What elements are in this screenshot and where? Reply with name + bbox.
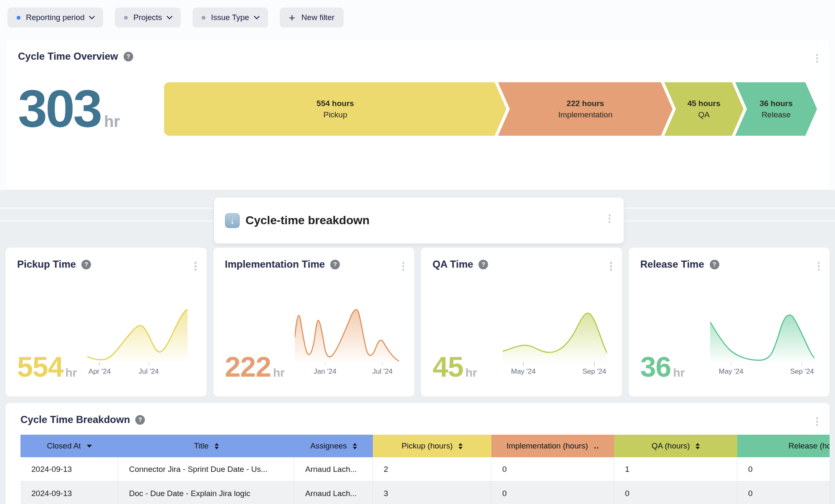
dashboard-page: Reporting period Projects Issue Type + N… bbox=[0, 0, 835, 504]
banner-title: Cycle-time breakdown bbox=[245, 214, 369, 227]
column-header-assignees[interactable]: Assignees bbox=[294, 435, 373, 457]
cell-release-hours[interactable]: 0 bbox=[737, 481, 830, 504]
down-arrow-emoji-icon: ↓ bbox=[225, 213, 240, 228]
sort-icon bbox=[458, 443, 463, 449]
metric-value: 45hr bbox=[433, 352, 477, 381]
tick-mark bbox=[382, 362, 383, 366]
cell-qa-hours[interactable]: 0 bbox=[614, 481, 737, 504]
stage-hours: 554 hours bbox=[316, 99, 354, 108]
filter-projects[interactable]: Projects bbox=[115, 8, 181, 28]
help-icon[interactable]: ? bbox=[135, 415, 145, 425]
value-unit: hr bbox=[273, 366, 285, 379]
stage-label: Implementation bbox=[558, 110, 612, 119]
help-icon[interactable]: ? bbox=[81, 260, 91, 269]
cell-qa-hours[interactable]: 1 bbox=[614, 457, 737, 481]
total-unit: hr bbox=[104, 113, 120, 130]
new-filter-button[interactable]: + New filter bbox=[280, 8, 344, 28]
cell-assignees[interactable]: Arnaud Lach... bbox=[294, 481, 373, 504]
chevron-down-icon bbox=[254, 13, 260, 19]
cell-implementation-hours[interactable]: 0 bbox=[491, 481, 614, 504]
tick-mark bbox=[99, 362, 100, 366]
new-filter-label: New filter bbox=[301, 13, 334, 22]
release-time-card: Release Time ? May '24 Sep '24 36hr bbox=[629, 248, 830, 397]
tick-label: Sep '24 bbox=[582, 367, 606, 375]
kebab-menu-icon[interactable] bbox=[607, 213, 612, 225]
active-filter-dot bbox=[17, 16, 20, 20]
cell-pickup-hours[interactable]: 3 bbox=[373, 481, 491, 504]
value-number: 36 bbox=[640, 351, 671, 382]
cell-pickup-hours[interactable]: 2 bbox=[373, 457, 491, 481]
column-label: Closed At bbox=[47, 441, 81, 451]
column-header-closed-at[interactable]: Closed At bbox=[20, 435, 118, 457]
stage-hours: 36 hours bbox=[759, 99, 792, 108]
tick-label: Jul '24 bbox=[139, 367, 159, 375]
tick-mark bbox=[731, 362, 731, 366]
card-title: Cycle Time Overview bbox=[18, 51, 118, 62]
filter-bar: Reporting period Projects Issue Type + N… bbox=[0, 0, 835, 38]
column-header-qa-hours[interactable]: QA (hours) bbox=[614, 435, 737, 457]
cell-release-hours[interactable]: 0 bbox=[737, 457, 830, 481]
filter-reporting-period[interactable]: Reporting period bbox=[8, 8, 103, 28]
value-number: 554 bbox=[17, 351, 63, 382]
help-icon[interactable]: ? bbox=[478, 260, 488, 269]
tick-mark bbox=[148, 362, 149, 366]
cycle-time-breakdown-banner: ↓ Cycle-time breakdown bbox=[214, 198, 624, 243]
stage-hours: 45 hours bbox=[687, 99, 720, 108]
stage-release: 36 hours Release bbox=[735, 82, 817, 136]
kebab-menu-icon[interactable] bbox=[193, 260, 198, 272]
metric-value: 222hr bbox=[225, 352, 285, 381]
cell-implementation-hours[interactable]: 0 bbox=[491, 457, 614, 481]
cell-title[interactable]: Doc - Due Date - Explain Jira logic bbox=[118, 481, 294, 504]
cell-title[interactable]: Connector Jira - Sprint Due Date - Us... bbox=[118, 457, 294, 481]
kebab-menu-icon[interactable] bbox=[608, 260, 614, 272]
release-sparkline-chart bbox=[710, 309, 815, 364]
stage-label: Release bbox=[759, 110, 792, 119]
column-header-pickup-hours[interactable]: Pickup (hours) bbox=[373, 435, 491, 457]
cell-closed-at[interactable]: 2024-09-13 bbox=[20, 457, 118, 481]
value-unit: hr bbox=[65, 366, 77, 379]
cycle-time-breakdown-table-card: Cycle Time Breakdown ? Closed At Title A… bbox=[5, 403, 830, 504]
tick-label: May '24 bbox=[511, 367, 536, 375]
pickup-sparkline-chart bbox=[87, 309, 192, 364]
filter-issue-type[interactable]: Issue Type bbox=[192, 8, 268, 28]
help-icon[interactable]: ? bbox=[330, 260, 340, 269]
chevron-down-icon bbox=[167, 13, 172, 19]
kebab-menu-icon[interactable] bbox=[401, 260, 406, 272]
value-unit: hr bbox=[673, 366, 685, 379]
column-header-implementation-hours[interactable]: Implementation (hours) .. bbox=[491, 435, 614, 457]
cell-assignees[interactable]: Arnaud Lach... bbox=[294, 457, 373, 481]
card-title: Release Time bbox=[640, 258, 704, 270]
column-header-title[interactable]: Title bbox=[118, 435, 294, 457]
kebab-menu-icon[interactable] bbox=[816, 260, 822, 272]
chevron-down-icon bbox=[89, 13, 95, 19]
column-header-release-hours[interactable]: Release (hours) bbox=[737, 435, 830, 457]
tick-label: Jan '24 bbox=[314, 367, 336, 375]
metric-value: 36hr bbox=[640, 352, 685, 381]
sort-icon bbox=[696, 443, 700, 449]
kebab-menu-icon[interactable] bbox=[815, 415, 820, 428]
qa-time-card: QA Time ? May '24 Sep '24 45hr bbox=[421, 248, 622, 397]
qa-sparkline-chart bbox=[503, 309, 607, 364]
cell-closed-at[interactable]: 2024-09-13 bbox=[20, 481, 118, 504]
tick-label: Sep '24 bbox=[790, 367, 814, 375]
card-title: Cycle Time Breakdown bbox=[20, 414, 130, 425]
tick-label: Apr '24 bbox=[89, 367, 111, 375]
overview-content: 303hr 554 hours Pickup 222 hours Impleme… bbox=[18, 82, 817, 136]
filter-label: Projects bbox=[133, 13, 162, 22]
column-label: QA (hours) bbox=[652, 441, 690, 451]
x-axis-ticks: May '24 Sep '24 bbox=[503, 362, 607, 380]
column-label: Implementation (hours) bbox=[506, 441, 588, 451]
help-icon[interactable]: ? bbox=[124, 52, 133, 61]
breakdown-table: Closed At Title Assignees Pickup (hours)… bbox=[20, 435, 830, 504]
value-number: 222 bbox=[225, 351, 271, 382]
filter-label: Issue Type bbox=[211, 13, 249, 22]
kebab-menu-icon[interactable] bbox=[815, 52, 820, 64]
metric-cards-row: Pickup Time ? Apr '24 Jul '24 554hr Imp bbox=[5, 248, 830, 397]
column-label: Release (hours) bbox=[788, 441, 830, 451]
tick-label: May '24 bbox=[719, 367, 744, 375]
help-icon[interactable]: ? bbox=[710, 260, 719, 269]
x-axis-ticks: Apr '24 Jul '24 bbox=[87, 362, 192, 380]
implementation-time-card: Implementation Time ? Jan '24 Jul '24 22… bbox=[213, 248, 415, 397]
stage-flow: 554 hours Pickup 222 hours Implementatio… bbox=[164, 82, 817, 136]
inactive-filter-dot bbox=[202, 16, 205, 20]
